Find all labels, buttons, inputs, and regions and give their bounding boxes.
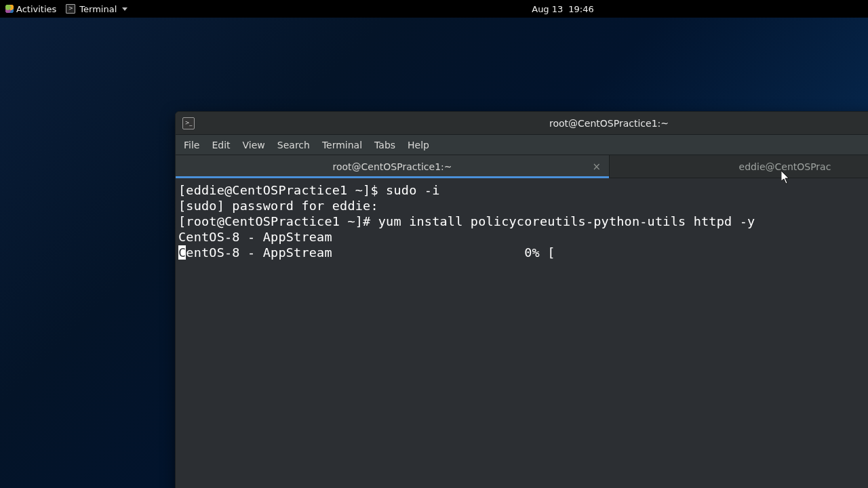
menu-terminal[interactable]: Terminal (322, 140, 362, 150)
terminal-line: CentOS-8 - AppStream 0% [ ] (178, 245, 868, 260)
app-menu-button[interactable]: Terminal (66, 4, 127, 14)
tab-eddie-label: eddie@CentOSPrac (698, 161, 831, 172)
tab-root-label: root@CentOSPractice1:~ (333, 161, 452, 172)
menu-help[interactable]: Help (408, 140, 429, 150)
terminal-line-rest: entOS-8 - AppStream 0% [ ] (186, 245, 868, 260)
terminal-line: [eddie@CentOSPractice1 ~]$ sudo -i (178, 182, 868, 198)
terminal-menubar: File Edit View Search Terminal Tabs Help (176, 135, 868, 155)
terminal-line: [sudo] password for eddie: (178, 198, 868, 214)
menu-file[interactable]: File (184, 140, 199, 150)
activities-button[interactable]: Activities (5, 4, 56, 14)
window-title: root@CentOSPractice1:~ (427, 118, 669, 129)
panel-time: 19:46 (568, 4, 593, 14)
menu-edit[interactable]: Edit (212, 140, 230, 150)
panel-left-group: Activities Terminal (0, 4, 127, 14)
terminal-window-icon (182, 117, 195, 129)
terminal-cursor: C (178, 245, 186, 260)
terminal-output[interactable]: [eddie@CentOSPractice1 ~]$ sudo -i[sudo]… (176, 178, 868, 488)
terminal-line: [root@CentOSPractice1 ~]# yum install po… (178, 214, 868, 229)
panel-date: Aug 13 (532, 4, 563, 14)
window-titlebar[interactable]: root@CentOSPractice1:~ (176, 112, 868, 135)
tab-eddie[interactable]: eddie@CentOSPrac (610, 155, 868, 178)
menu-view[interactable]: View (243, 140, 265, 150)
terminal-app-icon (66, 4, 75, 14)
tab-root[interactable]: root@CentOSPractice1:~ × (176, 155, 610, 178)
activities-label: Activities (16, 4, 56, 14)
terminal-line: CentOS-8 - AppStream (178, 229, 868, 245)
centos-logo-icon (5, 5, 14, 13)
app-menu-label: Terminal (79, 4, 117, 14)
menu-tabs[interactable]: Tabs (374, 140, 395, 150)
gnome-top-panel: Activities Terminal Aug 13 19:46 (0, 0, 868, 18)
terminal-window: root@CentOSPractice1:~ File Edit View Se… (175, 111, 868, 488)
terminal-tabbar: root@CentOSPractice1:~ × eddie@CentOSPra… (176, 155, 868, 178)
chevron-down-icon (122, 7, 127, 11)
panel-clock-area[interactable]: Aug 13 19:46 (274, 0, 594, 18)
tab-close-button[interactable]: × (592, 161, 601, 171)
menu-search[interactable]: Search (277, 140, 310, 150)
